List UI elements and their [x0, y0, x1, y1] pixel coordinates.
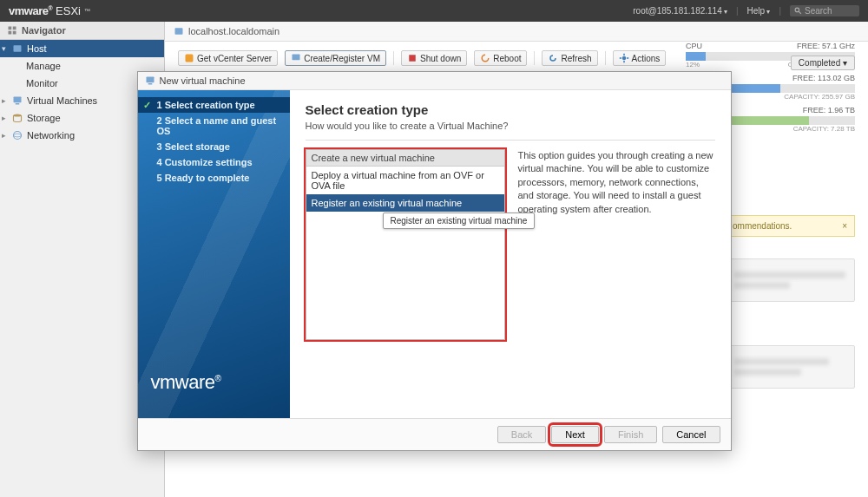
- actions-button[interactable]: Actions: [613, 50, 667, 66]
- shutdown-icon: [407, 53, 418, 63]
- wizard-subheading: How would you like to create a Virtual M…: [306, 121, 715, 131]
- vm-icon: [12, 95, 23, 106]
- shutdown-button[interactable]: Shut down: [401, 50, 467, 66]
- storage-icon: [12, 113, 23, 123]
- option-register-existing[interactable]: Register an existing virtual machine: [306, 194, 504, 212]
- option-create-new[interactable]: Create a new virtual machine: [306, 150, 504, 167]
- svg-rect-4: [9, 31, 12, 35]
- svg-rect-17: [146, 77, 154, 83]
- new-vm-wizard-modal: New virtual machine 1 Select creation ty…: [137, 71, 732, 451]
- breadcrumb: localhost.localdomain: [165, 22, 868, 42]
- wizard-step-1[interactable]: 1 Select creation type: [138, 97, 290, 113]
- refresh-button[interactable]: Refresh: [542, 50, 597, 66]
- next-button[interactable]: Next: [551, 426, 599, 443]
- create-vm-icon: [291, 53, 301, 63]
- gear-icon: [619, 53, 629, 63]
- reboot-button[interactable]: Reboot: [474, 50, 527, 66]
- help-menu[interactable]: Help: [747, 6, 771, 16]
- svg-rect-12: [175, 28, 183, 35]
- svg-rect-2: [9, 27, 12, 30]
- navigator-icon: [7, 25, 17, 36]
- create-register-vm-button[interactable]: Create/Register VM: [285, 50, 386, 66]
- svg-rect-15: [409, 55, 416, 62]
- wizard-heading: Select creation type: [306, 102, 715, 117]
- creation-type-list: Create a new virtual machine Deploy a vi…: [306, 149, 505, 340]
- option-deploy-ovf[interactable]: Deploy a virtual machine from an OVF or …: [306, 167, 504, 194]
- vmware-logo: vmware®: [9, 4, 52, 17]
- tooltip: Register an existing virtual machine: [383, 213, 536, 229]
- cancel-button[interactable]: Cancel: [662, 426, 720, 443]
- wizard-step-4: 4 Customize settings: [138, 154, 290, 170]
- vcenter-icon: [184, 53, 194, 63]
- svg-rect-3: [13, 27, 16, 30]
- wizard-steps-panel: 1 Select creation type 2 Select a name a…: [138, 90, 290, 418]
- svg-rect-14: [293, 55, 300, 61]
- wizard-step-5: 5 Ready to complete: [138, 170, 290, 186]
- close-icon[interactable]: ×: [842, 221, 847, 231]
- nav-host[interactable]: ▾ Host: [0, 40, 164, 57]
- host-icon: [174, 26, 184, 36]
- svg-point-0: [795, 8, 799, 12]
- completed-filter[interactable]: Completed ▾: [791, 56, 855, 70]
- user-menu[interactable]: root@185.181.182.114: [633, 6, 727, 16]
- vmware-brand-logo: vmware®: [138, 371, 290, 411]
- svg-point-16: [621, 56, 626, 61]
- reboot-icon: [480, 53, 490, 63]
- search-icon: [794, 7, 802, 15]
- navigator-header: Navigator: [0, 22, 164, 40]
- info-card: [725, 345, 855, 389]
- top-bar: vmware® ESXi ™ root@185.181.182.114 | He…: [0, 0, 868, 22]
- svg-point-10: [14, 132, 22, 140]
- vm-icon: [145, 75, 155, 86]
- finish-button[interactable]: Finish: [604, 426, 657, 443]
- svg-point-9: [14, 114, 22, 117]
- svg-rect-7: [14, 97, 22, 103]
- product-name: ESXi: [56, 4, 81, 17]
- svg-rect-5: [13, 31, 16, 35]
- svg-point-11: [14, 134, 22, 137]
- back-button[interactable]: Back: [497, 426, 546, 443]
- svg-rect-6: [14, 45, 22, 52]
- svg-rect-18: [148, 83, 152, 85]
- wizard-step-2: 2 Select a name and guest OS: [138, 113, 290, 139]
- info-card: [725, 258, 855, 302]
- svg-rect-13: [186, 55, 194, 62]
- recommendations-banner[interactable]: ommendations.×: [725, 215, 855, 237]
- get-vcenter-button[interactable]: Get vCenter Server: [178, 50, 278, 66]
- svg-line-1: [799, 11, 801, 14]
- refresh-icon: [548, 53, 558, 63]
- wizard-step-3: 3 Select storage: [138, 139, 290, 154]
- network-icon: [12, 130, 23, 141]
- option-description: This option guides you through creating …: [518, 149, 715, 340]
- svg-rect-8: [16, 103, 20, 105]
- search-box[interactable]: Search: [790, 5, 859, 16]
- modal-title-bar: New virtual machine: [138, 72, 731, 90]
- modal-footer: Back Next Finish Cancel: [138, 418, 731, 450]
- host-icon: [12, 43, 23, 54]
